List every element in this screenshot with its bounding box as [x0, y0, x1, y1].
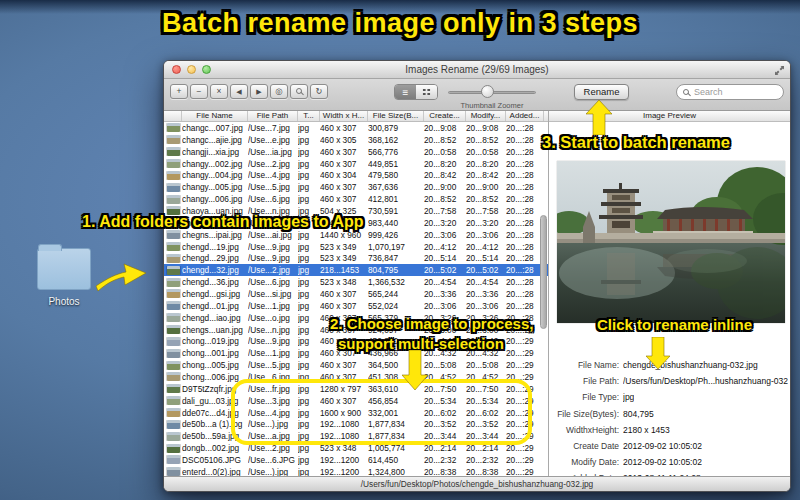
cell-thumbnail	[164, 408, 182, 417]
preview-field-row[interactable]: File Size(Bytes):804,795	[551, 406, 788, 422]
file-thumbnail-icon	[167, 230, 180, 239]
search-tool-button[interactable]	[290, 84, 308, 99]
table-row[interactable]: changy...004.jpg/Use...4.jpgjpg460 x 304…	[164, 169, 548, 181]
photos-folder-icon[interactable]	[37, 248, 91, 290]
cell-thumbnail	[164, 420, 182, 429]
table-row[interactable]: chengd...01.jpg/Use...1.jpgjpg460 x 3075…	[164, 300, 548, 312]
previous-button[interactable]: ◀	[230, 84, 248, 99]
cell-added: 20...:29	[506, 348, 544, 358]
rename-button[interactable]: Rename	[574, 84, 629, 100]
file-thumbnail-icon	[167, 289, 180, 298]
cell-created: 20...8:52	[424, 135, 466, 145]
column-header[interactable]: Create...	[424, 111, 466, 121]
cell-added: 20...:28	[506, 123, 544, 133]
cell-path: /Use...n.jpg	[248, 325, 298, 335]
cell-name: changc...007.jpg	[182, 123, 248, 133]
minimize-window-icon[interactable]	[187, 65, 196, 74]
clear-button[interactable]: ×	[210, 84, 228, 99]
table-row[interactable]: changy...005.jpg/Use...5.jpgjpg460 x 307…	[164, 181, 548, 193]
cell-path: /Use...7.jpg	[248, 123, 298, 133]
table-row[interactable]: DSC05106.JPG/Use...6.JPGjpg192...1200614…	[164, 454, 548, 466]
cell-dims: 523 x 349	[320, 242, 368, 252]
cell-modified: 20...3:06	[466, 230, 506, 240]
table-row[interactable]: changy...006.jpg/Use...6.jpgjpg460 x 307…	[164, 193, 548, 205]
cell-name: chengd...01.jpg	[182, 301, 248, 311]
cell-path: /Use...2.jpg	[248, 159, 298, 169]
cell-added: 20...:29	[506, 467, 544, 476]
cell-modified: 20...9:08	[466, 123, 506, 133]
file-thumbnail-icon	[167, 183, 180, 192]
table-row[interactable]: changc...ajie.jpg/Use...e.jpgjpg460 x 30…	[164, 134, 548, 146]
cell-name: chengs...uan.jpg	[182, 325, 248, 335]
table-row[interactable]: changy...002.jpg/Use...2.jpgjpg460 x 307…	[164, 158, 548, 170]
cell-name: chengd...gsi.jpg	[182, 289, 248, 299]
cell-dims: 460 x 305	[320, 135, 368, 145]
table-row[interactable]: chengd...32.jpg/Use...2.jpgjpg218...1453…	[164, 264, 548, 276]
cell-created: 20...4:54	[424, 277, 466, 287]
table-row[interactable]: chengd...gsi.jpg/Use...si.jpgjpg460 x 30…	[164, 288, 548, 300]
close-window-icon[interactable]	[172, 65, 181, 74]
cell-thumbnail	[164, 337, 182, 346]
cell-type: jpg	[298, 170, 320, 180]
annotation-step1: 1. Add folders contain images to App	[82, 213, 364, 231]
add-folder-button[interactable]: +	[170, 84, 188, 99]
column-header[interactable]	[164, 111, 182, 121]
table-row[interactable]: changc...007.jpg/Use...7.jpgjpg460 x 307…	[164, 122, 548, 134]
search-field[interactable]: Search	[676, 84, 784, 100]
cell-thumbnail	[164, 266, 182, 275]
preview-field-row[interactable]: Create Date2012-09-02 10:05:02	[551, 438, 788, 454]
cell-thumbnail	[164, 278, 182, 287]
preview-field-label: File Name:	[551, 360, 619, 370]
preview-eye-button[interactable]: ◎	[270, 84, 288, 99]
column-header[interactable]: T...	[298, 111, 320, 121]
file-thumbnail-icon	[167, 123, 180, 132]
cell-added: 20...:28	[506, 242, 544, 252]
search-icon	[683, 89, 689, 95]
table-row[interactable]: changji...xia.jpg/Use...ia.jpgjpg460 x 3…	[164, 146, 548, 158]
cell-type: jpg	[298, 325, 320, 335]
cell-created: 20...3:06	[424, 301, 466, 311]
cell-type: jpg	[298, 230, 320, 240]
preview-field-row[interactable]: Modify Date:2012-09-02 10:05:02	[551, 454, 788, 470]
next-button[interactable]: ▶	[250, 84, 268, 99]
table-row[interactable]: chengd...36.jpg/Use...6.jpgjpg523 x 3481…	[164, 276, 548, 288]
column-header[interactable]: Added...	[506, 111, 544, 121]
preview-field-row[interactable]: File Type:jpg	[551, 389, 788, 405]
cell-path: /Use...2.jpg	[248, 265, 298, 275]
preview-field-row[interactable]: File Path:/Users/fun/Desktop/Ph...hushan…	[551, 373, 788, 389]
cell-modified: 20...5:08	[466, 360, 506, 370]
file-thumbnail-icon	[167, 278, 180, 287]
table-row[interactable]: chengd...19.jpg/Use...9.jpgjpg523 x 3491…	[164, 241, 548, 253]
column-header[interactable]: File Path	[248, 111, 298, 121]
list-view-button[interactable]: ≡	[395, 85, 416, 99]
fullscreen-icon[interactable]	[774, 65, 785, 76]
column-header[interactable]: File Size(B...	[368, 111, 424, 121]
cell-created: 20...2:32	[424, 455, 466, 465]
column-header[interactable]: File Name	[182, 111, 248, 121]
cell-dims: 460 x 307	[320, 301, 368, 311]
table-row[interactable]: chong...005.jpg/Use...5.jpgjpg460 x 3073…	[164, 359, 548, 371]
remove-button[interactable]: −	[190, 84, 208, 99]
vertical-scrollbar[interactable]	[540, 215, 547, 329]
thumbnail-zoom-slider-thumb[interactable]	[481, 85, 494, 98]
cell-size: 804,795	[368, 265, 424, 275]
refresh-button[interactable]: ↻	[310, 84, 328, 99]
cell-thumbnail	[164, 171, 182, 180]
cell-thumbnail	[164, 455, 182, 464]
preview-field-label: WidthxHeight:	[551, 425, 619, 435]
grid-view-button[interactable]	[416, 85, 437, 99]
file-thumbnail-icon	[167, 337, 180, 346]
view-mode-segmented-control: ≡	[394, 84, 438, 100]
window-titlebar[interactable]: Images Rename (29/69 Images)	[164, 61, 790, 79]
cell-name: changy...005.jpg	[182, 182, 248, 192]
table-row[interactable]: enterd...0(2).jpg/Use...).jpgjpg192...12…	[164, 466, 548, 476]
column-header[interactable]: Width x H...	[320, 111, 368, 121]
preview-field-row[interactable]: WidthxHeight:2180 x 1453	[551, 422, 788, 438]
table-row[interactable]: chengd...29.jpg/Use...9.jpgjpg523 x 3497…	[164, 252, 548, 264]
cell-size: 368,162	[368, 135, 424, 145]
cell-size: 736,847	[368, 253, 424, 263]
column-header[interactable]: Modify...	[466, 111, 506, 121]
cell-created: 20...3:06	[424, 230, 466, 240]
zoom-window-icon[interactable]	[202, 65, 211, 74]
cell-added: 20...:29	[506, 360, 544, 370]
